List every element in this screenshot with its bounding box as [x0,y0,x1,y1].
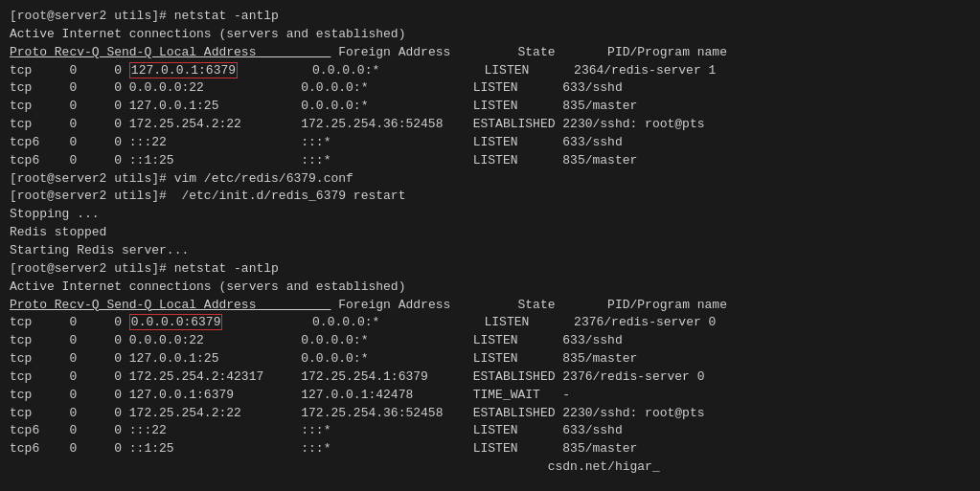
terminal-line: Starting Redis server... [10,242,970,260]
terminal-line: csdn.net/higar_ [10,458,970,477]
terminal-line: tcp 0 0 172.25.254.2:42317 172.25.254.1:… [10,368,970,387]
terminal-line: tcp 0 0 172.25.254.2:22 172.25.254.36:52… [10,405,970,423]
terminal-line: Active Internet connections (servers and… [10,279,970,297]
terminal-line: Redis stopped [10,224,970,242]
terminal-line: Stopping ... [10,206,970,224]
terminal-line: Proto Recv-Q Send-Q Local Address Foreig… [10,44,970,62]
terminal-line: tcp 0 0 0.0.0.0:22 0.0.0.0:* LISTEN 633/… [10,332,970,350]
terminal-line: tcp 0 0 127.0.0.1:25 0.0.0.0:* LISTEN 83… [10,98,970,116]
terminal-line: [root@server2 utils]# /etc/init.d/redis_… [10,188,970,206]
terminal-line: Active Internet connections (servers and… [10,26,970,44]
terminal-line: tcp 0 0 172.25.254.2:22 172.25.254.36:52… [10,116,970,134]
terminal-line: tcp 0 0 0.0.0.0:22 0.0.0.0:* LISTEN 633/… [10,79,970,98]
terminal-line: tcp 0 0 127.0.0.1:6379 127.0.0.1:42478 T… [10,387,970,405]
highlighted-address: 127.0.0.1:6379 [129,62,238,78]
terminal-line: [root@server2 utils]# vim /etc/redis/637… [10,170,970,189]
terminal-line: [root@server2 utils]# netstat -antlp [10,8,970,26]
terminal-line: tcp 0 0 0.0.0.0:6379 0.0.0.0:* LISTEN 23… [10,314,970,332]
terminal-line: tcp 0 0 127.0.0.1:6379 0.0.0.0:* LISTEN … [10,62,970,80]
terminal: [root@server2 utils]# netstat -antlpActi… [10,8,970,477]
terminal-line: tcp 0 0 127.0.0.1:25 0.0.0.0:* LISTEN 83… [10,350,970,368]
terminal-line: tcp6 0 0 ::1:25 :::* LISTEN 835/master [10,440,970,458]
terminal-line: tcp6 0 0 ::1:25 :::* LISTEN 835/master [10,152,970,170]
terminal-line: [root@server2 utils]# netstat -antlp [10,260,970,279]
terminal-line: tcp6 0 0 :::22 :::* LISTEN 633/sshd [10,422,970,440]
terminal-line: tcp6 0 0 :::22 :::* LISTEN 633/sshd [10,134,970,152]
terminal-line: Proto Recv-Q Send-Q Local Address Foreig… [10,297,970,315]
highlighted-address: 0.0.0.0:6379 [129,314,223,330]
